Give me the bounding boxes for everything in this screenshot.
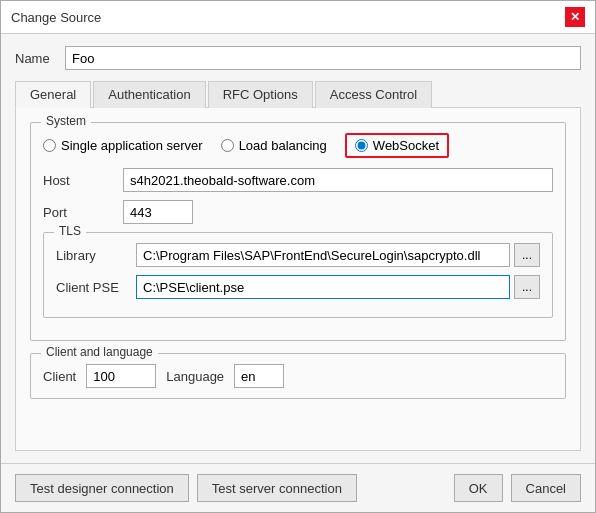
radio-row: Single application server Load balancing… — [43, 133, 553, 158]
radio-websocket[interactable]: WebSocket — [345, 133, 449, 158]
tls-section: TLS Library ... Client PSE ... — [43, 232, 553, 318]
client-input[interactable] — [86, 364, 156, 388]
radio-single-label: Single application server — [61, 138, 203, 153]
client-pse-label: Client PSE — [56, 280, 126, 295]
radio-single-input[interactable] — [43, 139, 56, 152]
tab-rfc-options[interactable]: RFC Options — [208, 81, 313, 108]
library-label: Library — [56, 248, 126, 263]
client-pse-input[interactable] — [136, 275, 510, 299]
library-browse-button[interactable]: ... — [514, 243, 540, 267]
tab-general[interactable]: General — [15, 81, 91, 108]
radio-load-balancing[interactable]: Load balancing — [221, 138, 327, 153]
tab-access-control[interactable]: Access Control — [315, 81, 432, 108]
client-language-section: Client and language Client Language — [30, 353, 566, 399]
tls-legend: TLS — [54, 224, 86, 238]
footer-right-buttons: OK Cancel — [454, 474, 581, 502]
system-section: System Single application server Load ba… — [30, 122, 566, 341]
language-label: Language — [166, 369, 224, 384]
client-pse-browse-button[interactable]: ... — [514, 275, 540, 299]
client-language-legend: Client and language — [41, 345, 158, 359]
system-section-legend: System — [41, 114, 91, 128]
ok-button[interactable]: OK — [454, 474, 503, 502]
name-row: Name — [15, 46, 581, 70]
name-input[interactable] — [65, 46, 581, 70]
dialog-body: Name General Authentication RFC Options … — [1, 34, 595, 463]
client-pse-input-group: ... — [136, 275, 540, 299]
test-server-button[interactable]: Test server connection — [197, 474, 357, 502]
footer-left-buttons: Test designer connection Test server con… — [15, 474, 357, 502]
dialog-footer: Test designer connection Test server con… — [1, 463, 595, 512]
library-input-group: ... — [136, 243, 540, 267]
host-input[interactable] — [123, 168, 553, 192]
name-label: Name — [15, 51, 55, 66]
change-source-dialog: Change Source ✕ Name General Authenticat… — [0, 0, 596, 513]
radio-load-input[interactable] — [221, 139, 234, 152]
dialog-title: Change Source — [11, 10, 101, 25]
radio-websocket-input[interactable] — [355, 139, 368, 152]
library-row: Library ... — [56, 243, 540, 267]
port-row: Port — [43, 200, 553, 224]
language-input[interactable] — [234, 364, 284, 388]
tabs-bar: General Authentication RFC Options Acces… — [15, 80, 581, 108]
host-row: Host — [43, 168, 553, 192]
close-button[interactable]: ✕ — [565, 7, 585, 27]
host-label: Host — [43, 173, 113, 188]
client-label: Client — [43, 369, 76, 384]
test-designer-button[interactable]: Test designer connection — [15, 474, 189, 502]
library-input[interactable] — [136, 243, 510, 267]
client-language-row: Client Language — [43, 364, 553, 388]
client-pse-row: Client PSE ... — [56, 275, 540, 299]
port-label: Port — [43, 205, 113, 220]
radio-websocket-label: WebSocket — [373, 138, 439, 153]
tab-content-general: System Single application server Load ba… — [15, 108, 581, 451]
tab-authentication[interactable]: Authentication — [93, 81, 205, 108]
radio-load-label: Load balancing — [239, 138, 327, 153]
title-bar: Change Source ✕ — [1, 1, 595, 34]
port-input[interactable] — [123, 200, 193, 224]
radio-single-app[interactable]: Single application server — [43, 138, 203, 153]
cancel-button[interactable]: Cancel — [511, 474, 581, 502]
